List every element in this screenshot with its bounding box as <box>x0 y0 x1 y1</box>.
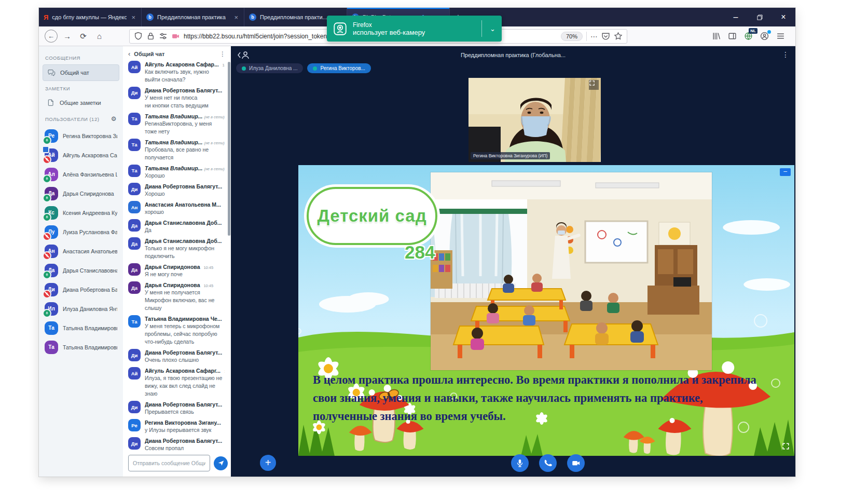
sidebar-item-label: Общие заметки <box>60 100 101 106</box>
chat-options-icon[interactable]: ⋮ <box>219 50 226 58</box>
chat-scrollbar[interactable] <box>228 62 230 236</box>
meeting-options-icon[interactable]: ⋮ <box>782 50 789 59</box>
webcam-video[interactable]: Регина Викторовна Зиганурова (ИП) <box>469 78 601 162</box>
mic-status-badge <box>43 251 51 260</box>
tab-close-icon[interactable]: × <box>130 13 136 21</box>
chat-back-chevron-icon[interactable]: ‹ <box>128 50 130 58</box>
tab-close-icon[interactable]: × <box>233 13 239 21</box>
bookmark-star-icon[interactable] <box>614 32 623 40</box>
leave-audio-button[interactable] <box>539 454 557 472</box>
message-avatar: Ай <box>128 61 141 73</box>
message-text: Я не могу поче <box>145 270 225 278</box>
minimize-presentation-button[interactable]: – <box>780 168 791 176</box>
user-name: Луиза Руслановна Файзул... <box>63 229 117 235</box>
urlbar-divider <box>586 32 587 41</box>
message-text: Очень плохо слышно <box>145 356 225 364</box>
chat-message: Та Татьяна Владимир... (не в сети) 10:27… <box>128 139 225 161</box>
public-chat-panel: ‹ Общий чат ⋮ Ай Айгуль Аскаровна Сафар.… <box>123 46 231 477</box>
message-time: 10:26 <box>223 63 225 67</box>
talking-indicator-pill[interactable]: Илуза Даниловна ... <box>236 63 303 73</box>
camera-permission-icon[interactable] <box>171 32 180 40</box>
user-list-item[interactable]: Ай Айгуль Аскаровна Сафарга... <box>43 145 119 165</box>
meeting-title: Преддипломная практика (Глобальна... <box>231 52 795 58</box>
message-author: Анастасия Анатольевна М... <box>145 201 221 208</box>
offline-label: (не в сети) <box>204 115 225 119</box>
user-name: Алёна Фанзильевна Шайху... <box>63 171 117 178</box>
message-text: Илуза, я твою презентацию не вижу, как в… <box>145 374 225 398</box>
permissions-icon[interactable] <box>159 32 168 40</box>
chat-message: Ди Диана Робертовна Балягут... 10:48 Оче… <box>128 349 225 364</box>
presentation-slide[interactable]: Детский сад 284 В целом практика прошла … <box>298 165 794 456</box>
message-text: РегинаВикторовна, у меня тоже нету <box>145 120 225 136</box>
mic-status-badge <box>43 136 51 145</box>
user-name: Дарья Станиславовна Доб... <box>63 267 117 274</box>
presentation-fullscreen-icon[interactable] <box>782 442 790 452</box>
account-icon[interactable] <box>760 32 769 40</box>
user-list-item[interactable]: Ре Регина Викторовна Зиг... (Вы) <box>43 126 119 145</box>
sidebar-item-shared-notes[interactable]: Общие заметки <box>43 95 119 111</box>
forward-button[interactable]: → <box>60 29 74 43</box>
lock-icon[interactable] <box>146 32 155 40</box>
actions-plus-button[interactable]: + <box>260 455 276 471</box>
tab-title: сдо бгпу акмуллы — Яндекс... <box>52 14 127 20</box>
messages-header: СООБЩЕНИЯ <box>45 55 117 61</box>
message-time: 10:49 <box>224 369 225 374</box>
pocket-icon[interactable] <box>601 32 610 40</box>
presentation-area: Преддипломная практика (Глобальна... ⋮ И… <box>231 46 795 477</box>
paper-plane-icon <box>217 459 225 467</box>
message-author: Татьяна Владимировна Че... <box>145 316 222 322</box>
window-restore-button[interactable] <box>748 8 771 26</box>
back-button[interactable]: ← <box>44 29 58 43</box>
message-time: 10:45 <box>203 283 213 288</box>
chat-message: Та Татьяна Владимир... (не в сети) 10:27… <box>128 165 225 180</box>
webcam-fullscreen-icon[interactable] <box>589 80 599 90</box>
user-list-item[interactable]: Ил Илуза Даниловна Янтимир... <box>43 299 119 318</box>
user-name: Татьяна Владимировна Чер... <box>63 325 117 331</box>
user-list-item[interactable]: Лу Луиза Руслановна Файзул... <box>43 222 119 241</box>
browser-tab[interactable]: b Преддипломная практика × <box>142 8 244 26</box>
user-avatar: Кс <box>45 206 58 220</box>
message-author: Айгуль Аскаровна Сафар... <box>145 61 219 67</box>
menu-hamburger-icon[interactable] <box>776 32 785 40</box>
message-text: у Илузы прерывается звук <box>145 426 225 434</box>
message-author: Айгуль Аскаровна Сафарг... <box>145 368 221 374</box>
user-list-item[interactable]: Кс Ксения Андреевна Кулемза... <box>43 203 119 222</box>
webcam-video-frame <box>469 78 601 162</box>
webcam-sharing-notification[interactable]: Firefox использует веб-камеру ⌄ <box>327 16 502 42</box>
shield-icon[interactable] <box>134 32 143 40</box>
send-message-button[interactable] <box>214 456 228 470</box>
zoom-level-badge[interactable]: 70% <box>561 32 583 41</box>
reload-button[interactable]: ⟳ <box>76 29 90 43</box>
mute-microphone-button[interactable] <box>511 454 529 472</box>
message-avatar: Та <box>128 315 141 328</box>
user-list-item[interactable]: Та Татьяна Владимировна Чер... <box>43 337 119 357</box>
message-author: Диана Робертовна Балягут... <box>145 438 222 444</box>
page-actions-icon[interactable]: ⋯ <box>590 32 598 40</box>
browser-tab[interactable]: Я сдо бгпу акмуллы — Яндекс... × <box>39 8 142 26</box>
window-minimize-button[interactable]: – <box>724 8 748 26</box>
message-author: Дарья Станиславовна Доб... <box>145 238 222 244</box>
sidebar-item-public-chat[interactable]: Общий чат <box>43 64 119 81</box>
user-list-item[interactable]: Ди Диана Робертовна Балягут... <box>43 280 119 299</box>
window-close-button[interactable]: × <box>771 8 795 26</box>
user-list-item[interactable]: Та Татьяна Владимировна Чер... <box>43 318 119 337</box>
user-avatar: Та <box>45 321 58 335</box>
manage-users-gear-icon[interactable]: ⚙ <box>111 115 117 123</box>
chat-message: Ай Айгуль Аскаровна Сафарг... 10:49 Илуз… <box>128 367 225 398</box>
sidebars-icon[interactable] <box>728 32 737 40</box>
slide-text-line: полученные знания во время учебы. <box>313 408 780 426</box>
user-list-item[interactable]: Ан Анастасия Анатольевна Ма... <box>43 241 119 261</box>
message-text: Хорошо <box>145 190 225 198</box>
stop-webcam-button[interactable] <box>567 454 585 472</box>
talking-indicator-pill[interactable]: Регина Викторов... <box>307 63 370 73</box>
user-list-item[interactable]: Да Дарья Спиридонова <box>43 184 119 203</box>
user-name: Ксения Андреевна Кулемза... <box>63 210 117 216</box>
library-icon[interactable] <box>712 32 721 40</box>
home-button[interactable]: ⌂ <box>92 29 106 43</box>
extension-globe-icon[interactable]: NL <box>744 32 753 40</box>
user-list-item[interactable]: Да Дарья Станиславовна Доб... <box>43 261 119 280</box>
user-list-item[interactable]: Ал Алёна Фанзильевна Шайху... <box>43 165 119 184</box>
chat-message-input[interactable] <box>128 455 210 471</box>
offline-label: (не в сети) <box>204 141 225 145</box>
notification-chevron-icon[interactable]: ⌄ <box>488 25 495 33</box>
